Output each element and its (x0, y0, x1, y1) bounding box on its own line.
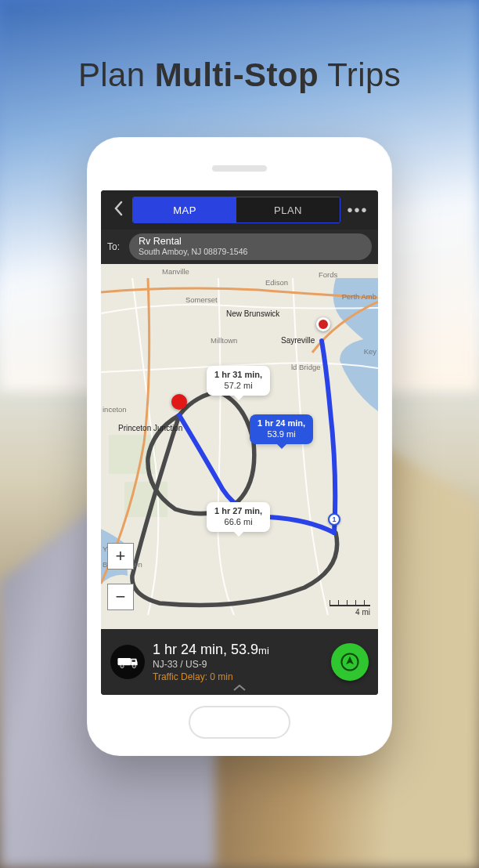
summary-via: NJ-33 / US-9 (153, 659, 331, 671)
phone-earpiece (212, 165, 267, 172)
destination-bar: To: Rv Rental South Amboy, NJ 08879-1546 (101, 230, 378, 264)
navigate-arrow-icon (340, 652, 360, 672)
phone-home-button[interactable] (189, 706, 290, 739)
view-toggle: MAP PLAN (132, 197, 340, 223)
start-navigation-button[interactable] (331, 643, 369, 681)
start-marker[interactable] (171, 394, 187, 410)
destination-title: Rv Rental (139, 237, 362, 248)
map-label: inceton (103, 405, 127, 414)
route-alt1-dist: 57.2 mi (214, 381, 262, 392)
zoom-out-button[interactable]: − (107, 584, 134, 610)
destination-field[interactable]: Rv Rental South Amboy, NJ 08879-1546 (129, 233, 372, 259)
phone-frame: MAP PLAN ••• To: Rv Rental South Amboy, … (87, 137, 392, 756)
route-summary-bar: 1 hr 24 min, 53.9mi NJ-33 / US-9 Traffic… (101, 629, 378, 695)
more-menu-button[interactable]: ••• (340, 201, 375, 219)
tab-plan[interactable]: PLAN (236, 197, 340, 222)
svg-point-3 (121, 665, 124, 668)
route-alt1-bubble[interactable]: 1 hr 31 min, 57.2 mi (207, 366, 270, 396)
headline-bold: Multi-Stop (155, 56, 319, 93)
map-label: Edison (265, 278, 288, 287)
map-label: Sayreville (281, 336, 315, 345)
chevron-up-icon (232, 684, 247, 692)
headline-post: Trips (319, 56, 401, 93)
map-svg (101, 264, 378, 629)
tab-map-label: MAP (173, 204, 196, 216)
scale-label: 4 mi (330, 608, 370, 617)
vehicle-icon[interactable] (110, 645, 145, 679)
map-label: Milltown (211, 336, 237, 345)
route-alt1-time: 1 hr 31 min, (214, 370, 262, 381)
rv-icon (117, 655, 139, 669)
to-label: To: (107, 241, 129, 252)
map-scale: 4 mi (330, 599, 370, 617)
zoom-controls: + − (107, 543, 134, 610)
map-label: Princeton Junction (118, 424, 182, 432)
svg-point-4 (132, 665, 135, 668)
map-canvas[interactable]: Manville Somerset Edison Fords Perth Amb… (101, 264, 378, 629)
tab-map[interactable]: MAP (133, 197, 236, 222)
back-button[interactable] (104, 199, 132, 221)
route-primary-bubble[interactable]: 1 hr 24 min, 53.9 mi (250, 414, 313, 444)
route-primary-time: 1 hr 24 min, (258, 418, 305, 429)
map-label: ld Bridge (291, 363, 321, 371)
map-label: Fords (319, 270, 337, 279)
map-label: Key (364, 347, 376, 356)
route-primary-dist: 53.9 mi (258, 429, 305, 440)
headline-pre: Plan (78, 56, 155, 93)
summary-time: 1 hr 24 min, (153, 642, 227, 657)
tab-plan-label: PLAN (274, 204, 302, 216)
chevron-left-icon (113, 201, 124, 216)
map-label: Manville (162, 267, 189, 276)
zoom-in-button[interactable]: + (107, 543, 134, 570)
map-label: Somerset (185, 295, 218, 304)
map-label: New Brunswick (226, 309, 279, 318)
summary-dist-unit: mi (258, 645, 269, 656)
route-alt2-time: 1 hr 27 min, (214, 506, 262, 517)
route-alt2-bubble[interactable]: 1 hr 27 min, 66.6 mi (207, 502, 270, 532)
waypoint-marker[interactable]: 1 (328, 513, 340, 526)
expand-summary-chevron[interactable] (232, 682, 247, 694)
summary-dist: 53.9 (231, 642, 258, 657)
app-screen: MAP PLAN ••• To: Rv Rental South Amboy, … (101, 190, 378, 695)
route-summary-text: 1 hr 24 min, 53.9mi NJ-33 / US-9 Traffic… (153, 641, 331, 684)
summary-main-line: 1 hr 24 min, 53.9mi (153, 641, 331, 659)
page-headline: Plan Multi-Stop Trips (0, 0, 479, 94)
route-alt2-dist: 66.6 mi (214, 517, 262, 528)
svg-rect-2 (117, 658, 131, 665)
topbar: MAP PLAN ••• (101, 190, 378, 230)
svg-rect-5 (132, 660, 135, 662)
destination-marker[interactable] (316, 317, 330, 331)
map-label: Perth Amb (342, 292, 376, 301)
destination-subtitle: South Amboy, NJ 08879-1546 (139, 248, 362, 257)
